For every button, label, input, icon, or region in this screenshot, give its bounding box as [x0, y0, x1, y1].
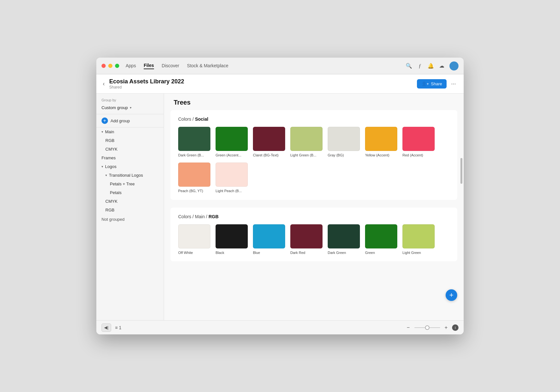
color-label: Red (Accent) — [402, 153, 423, 157]
color-item[interactable]: Claret (BG-Text) — [253, 127, 285, 157]
sidebar-item-label: RGB — [105, 208, 114, 212]
color-swatch — [216, 163, 248, 187]
color-item[interactable]: Dark Green (B... — [178, 127, 210, 157]
sidebar-item-rgb2[interactable]: RGB — [96, 206, 164, 214]
sidebar-item-not-grouped[interactable]: Not grouped — [96, 214, 164, 224]
info-button[interactable]: i — [452, 324, 459, 331]
section-title-main: RGB — [208, 214, 218, 219]
color-swatch — [290, 127, 323, 151]
color-label: Dark Green — [328, 250, 346, 255]
bottom-bar: ◀| ≡ 1 − + i — [96, 320, 464, 334]
custom-group-selector[interactable]: Custom group ▾ — [96, 104, 164, 114]
sidebar-item-rgb[interactable]: RGB — [96, 136, 164, 145]
collapse-icon: ◀| — [104, 325, 108, 330]
sidebar-item-label: CMYK — [105, 199, 118, 204]
titlebar: Apps Files Discover Stock & Marketplace … — [96, 58, 464, 74]
minimize-button[interactable] — [108, 64, 112, 68]
tab-stock[interactable]: Stock & Marketplace — [187, 63, 228, 69]
sidebar-item-frames[interactable]: Frames — [96, 154, 164, 162]
color-swatch — [178, 163, 210, 187]
add-icon: + — [101, 117, 108, 124]
chevron-down-icon: ▾ — [130, 106, 131, 109]
close-button[interactable] — [101, 64, 106, 68]
sidebar-item-main[interactable]: ▾ Main — [96, 127, 164, 136]
maximize-button[interactable] — [115, 64, 119, 68]
sidebar-item-petals[interactable]: Petals — [96, 188, 164, 197]
color-label: Dark Red — [290, 250, 305, 255]
chevron-down-icon: ▾ — [101, 165, 103, 168]
color-grid-social-row2: Peach (BG, YT) Light Peach (B... — [178, 163, 449, 193]
tab-discover[interactable]: Discover — [162, 63, 179, 69]
color-item[interactable]: Black — [216, 224, 248, 255]
sidebar-item-cmyk2[interactable]: CMYK — [96, 197, 164, 206]
function-icon[interactable]: ƒ — [417, 63, 423, 69]
bottom-left: ◀| ≡ 1 — [101, 323, 121, 332]
zoom-slider[interactable] — [414, 327, 440, 328]
color-swatch — [328, 224, 360, 248]
color-item[interactable]: Dark Red — [290, 224, 323, 255]
color-label: Light Green — [402, 250, 421, 255]
color-item[interactable]: Light Green (B... — [290, 127, 323, 157]
sidebar-item-label: RGB — [105, 138, 114, 143]
chevron-down-icon: ▾ — [101, 130, 103, 134]
sidebar-item-label: CMYK — [105, 147, 118, 152]
scrollbar-thumb — [460, 158, 462, 184]
share-button[interactable]: 👤+ Share — [417, 79, 447, 89]
notification-icon[interactable]: 🔔 — [428, 63, 434, 69]
content-title: Trees — [164, 94, 464, 110]
file-subtitle: Shared — [109, 85, 417, 89]
fab-button[interactable]: + — [446, 289, 457, 301]
color-item[interactable]: Light Peach (B... — [216, 163, 248, 193]
back-button[interactable]: ‹ — [103, 80, 105, 87]
tab-files[interactable]: Files — [144, 63, 154, 69]
sidebar-item-transitional-logos[interactable]: ▾ Transitional Logos — [96, 171, 164, 180]
collapse-button[interactable]: ◀| — [101, 323, 111, 332]
section-social-title: Colors / Social — [178, 117, 449, 122]
avatar[interactable] — [449, 61, 459, 70]
color-swatch — [365, 127, 397, 151]
zoom-plus-button[interactable]: + — [443, 324, 449, 331]
add-group-label: Add group — [111, 118, 130, 123]
tab-apps[interactable]: Apps — [126, 63, 136, 69]
cloud-icon[interactable]: ☁ — [439, 63, 445, 69]
scrollbar-track[interactable] — [460, 107, 462, 314]
color-item[interactable]: Peach (BG, YT) — [178, 163, 210, 193]
color-swatch — [216, 224, 248, 248]
color-item[interactable]: Blue — [253, 224, 285, 255]
sidebar-item-label: Transitional Logos — [109, 173, 143, 178]
layers-icon[interactable]: ≡ 1 — [115, 325, 121, 330]
color-label: Off White — [178, 250, 193, 255]
nav-tabs: Apps Files Discover Stock & Marketplace — [126, 63, 406, 69]
sidebar-item-cmyk[interactable]: CMYK — [96, 145, 164, 154]
color-item[interactable]: Light Green — [402, 224, 435, 255]
color-swatch — [402, 224, 435, 248]
color-item[interactable]: Green (Accent... — [216, 127, 248, 157]
zoom-knob — [425, 325, 430, 330]
color-item[interactable]: Red (Accent) — [402, 127, 435, 157]
color-label: Black — [216, 250, 224, 255]
bottom-right: − + i — [405, 324, 459, 331]
section-rgb: Colors / Main / RGB Off White Black Blue — [170, 208, 457, 261]
color-item[interactable]: Green — [365, 224, 397, 255]
color-swatch — [178, 127, 210, 151]
sidebar-item-petals-tree[interactable]: Petals + Tree — [96, 180, 164, 188]
color-swatch — [216, 127, 248, 151]
color-item[interactable]: Off White — [178, 224, 210, 255]
more-button[interactable]: ··· — [450, 79, 457, 89]
file-header: ‹ Ecosia Assets Library 2022 Shared 👤+ S… — [96, 74, 464, 94]
color-item[interactable]: Yellow (Accent) — [365, 127, 397, 157]
color-label: Dark Green (B... — [178, 153, 204, 157]
color-label: Gray (BG) — [328, 153, 344, 157]
color-swatch — [328, 127, 360, 151]
group-by-label: Group by — [96, 94, 164, 104]
content-area: Trees Colors / Social Dark Green (B... G… — [164, 94, 464, 320]
section-rgb-title: Colors / Main / RGB — [178, 214, 449, 219]
color-item[interactable]: Dark Green — [328, 224, 360, 255]
zoom-minus-button[interactable]: − — [405, 324, 411, 331]
search-icon[interactable]: 🔍 — [406, 63, 412, 69]
sidebar-item-logos[interactable]: ▾ Logos — [96, 162, 164, 171]
section-title-prefix: Colors / Main / — [178, 214, 208, 219]
chevron-down-icon: ▾ — [105, 173, 107, 177]
color-item[interactable]: Gray (BG) — [328, 127, 360, 157]
add-group-button[interactable]: + Add group — [96, 114, 164, 127]
